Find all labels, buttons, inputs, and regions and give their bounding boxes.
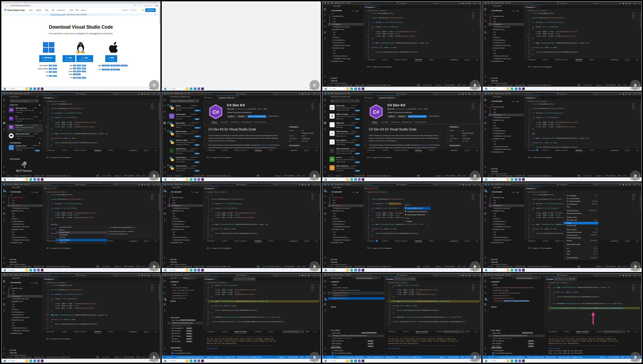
- svg-text:C#: C#: [213, 109, 219, 115]
- svg-text:C#: C#: [373, 109, 379, 115]
